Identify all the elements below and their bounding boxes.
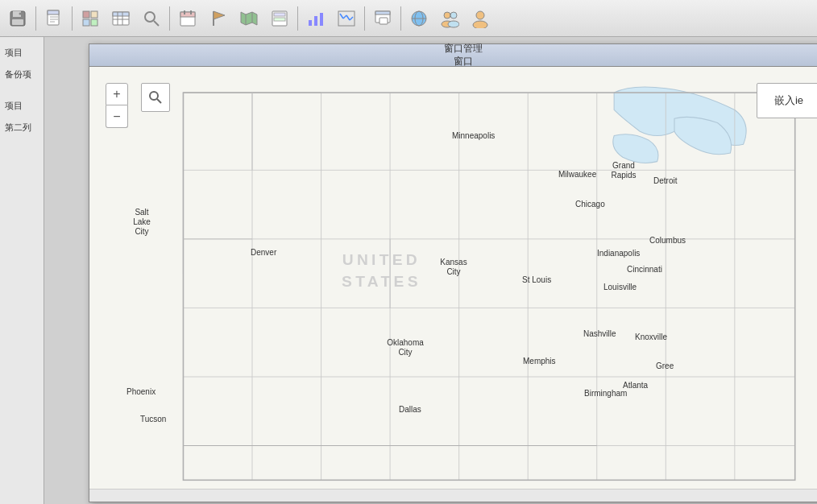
- svg-point-47: [450, 12, 457, 19]
- svg-line-75: [157, 99, 161, 103]
- search-icon[interactable]: [137, 4, 166, 33]
- svg-rect-32: [309, 20, 312, 26]
- svg-point-46: [444, 12, 450, 19]
- svg-line-38: [346, 15, 350, 20]
- zoom-in-button[interactable]: +: [106, 83, 128, 105]
- map-svg: UNITED STATES: [89, 67, 817, 489]
- grid-icon[interactable]: [76, 4, 105, 33]
- svg-text:STATES: STATES: [342, 273, 421, 290]
- svg-point-49: [448, 21, 459, 27]
- svg-point-50: [476, 11, 484, 19]
- svg-line-36: [340, 14, 343, 19]
- svg-marker-25: [214, 11, 225, 19]
- svg-rect-41: [375, 11, 390, 14]
- embed-button[interactable]: 嵌入ie: [757, 83, 817, 118]
- sidebar-item-blank: [3, 87, 40, 93]
- map-area[interactable]: UNITED STATES + −: [89, 67, 817, 489]
- zoom-out-button[interactable]: −: [106, 105, 128, 128]
- svg-rect-12: [91, 19, 97, 26]
- dialog-window: 窗口管理 窗口 ×: [89, 43, 817, 502]
- calendar-icon[interactable]: [173, 4, 202, 33]
- dialog-titlebar: 窗口管理 窗口 ×: [89, 44, 817, 67]
- svg-rect-21: [180, 12, 195, 17]
- map-icon[interactable]: [234, 4, 263, 33]
- disk-icon[interactable]: [3, 4, 32, 33]
- file-icon[interactable]: [39, 4, 68, 33]
- toolbar-sep-6: [400, 6, 401, 31]
- users-icon[interactable]: [435, 4, 464, 33]
- svg-point-3: [19, 12, 22, 14]
- svg-marker-26: [241, 12, 257, 25]
- dialog-content: UNITED STATES + −: [89, 67, 817, 489]
- main-area: 窗口管理 窗口 ×: [44, 37, 817, 504]
- toolbar-sep-2: [72, 6, 73, 31]
- svg-rect-5: [48, 10, 59, 14]
- sidebar: 项目 备份项 项目 第二列: [0, 37, 44, 504]
- chart1-icon[interactable]: [301, 4, 330, 33]
- svg-point-18: [145, 12, 155, 22]
- dialog-title: 窗口管理 窗口: [444, 43, 483, 68]
- person-icon[interactable]: [466, 4, 495, 33]
- dialog-bottom-bar: ⊿: [89, 489, 817, 502]
- map-controls: + −: [106, 83, 170, 128]
- svg-rect-10: [91, 11, 97, 18]
- zoom-controls: + −: [106, 83, 128, 128]
- svg-text:UNITED: UNITED: [342, 251, 421, 268]
- svg-rect-11: [83, 19, 89, 26]
- form-icon[interactable]: [265, 4, 294, 33]
- toolbar-sep-3: [169, 6, 170, 31]
- sidebar-item-project2[interactable]: 项目: [3, 97, 40, 115]
- map-search-button[interactable]: [141, 83, 170, 112]
- globe-icon[interactable]: [404, 4, 433, 33]
- flag-icon[interactable]: [204, 4, 233, 33]
- svg-line-39: [350, 17, 353, 20]
- toolbar-sep-4: [297, 6, 298, 31]
- sidebar-item-project[interactable]: 项目: [3, 43, 40, 62]
- svg-rect-9: [83, 11, 89, 18]
- svg-rect-31: [274, 18, 285, 21]
- toolbar-sep-5: [364, 6, 365, 31]
- svg-line-37: [343, 15, 346, 19]
- svg-rect-14: [113, 12, 129, 16]
- chart2-icon[interactable]: [332, 4, 361, 33]
- svg-point-51: [473, 21, 487, 28]
- svg-rect-34: [320, 13, 323, 26]
- toolbar-sep-1: [35, 6, 36, 31]
- sidebar-item-backup[interactable]: 备份项: [3, 65, 40, 84]
- table-icon[interactable]: [106, 4, 135, 33]
- window-icon[interactable]: [368, 4, 397, 33]
- toolbar: [0, 0, 817, 37]
- svg-rect-33: [314, 16, 317, 26]
- svg-point-74: [150, 92, 158, 100]
- sidebar-item-second-col[interactable]: 第二列: [3, 118, 40, 137]
- svg-line-19: [154, 21, 159, 26]
- svg-rect-30: [274, 13, 285, 16]
- svg-rect-2: [12, 19, 23, 25]
- svg-rect-42: [379, 18, 388, 24]
